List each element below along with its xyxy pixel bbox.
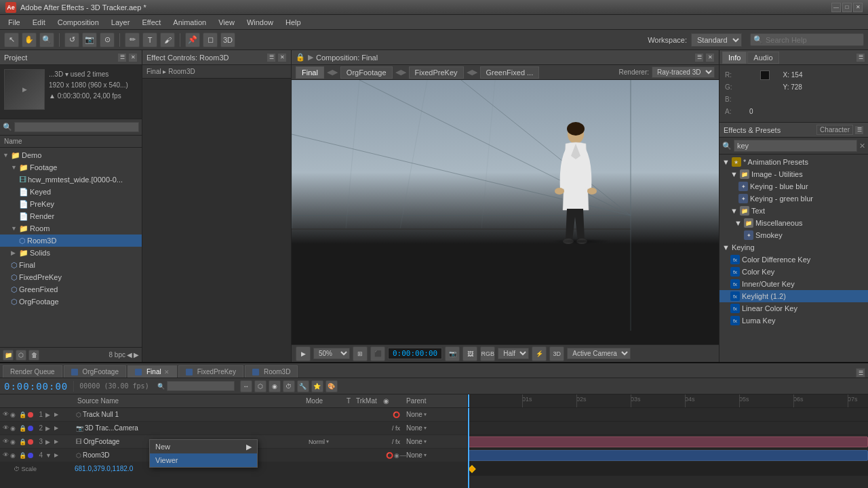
delete-btn[interactable]: 🗑 [28,350,39,361]
comp-tab-final[interactable]: Final [296,66,324,79]
comp-tab-fixedprekey[interactable]: FixedPreKey [409,66,464,79]
tree-item-room[interactable]: ▼ 📁 Room [0,222,142,235]
timeline-search-input[interactable] [167,381,235,391]
tl-tool6[interactable]: ⭐ [311,380,323,392]
tab-final[interactable]: Final ✕ [127,365,177,378]
tool-3d[interactable]: 3D [220,33,235,47]
tree-item-demo[interactable]: ▼ 📁 Demo [0,149,142,161]
safe-zones-btn[interactable]: ⊞ [353,346,368,361]
new-folder-btn[interactable]: 📁 [3,350,14,361]
layer-2-vis[interactable]: 👁 [1,424,9,432]
layer-1-parent[interactable]: None ▾ [406,411,467,418]
viewer-menu[interactable]: ☰ [694,53,704,62]
maximize-button[interactable]: □ [842,3,852,12]
layer-1-vis[interactable]: 👁 [1,411,9,419]
tree-item-room3d[interactable]: ⬡ Room3D [0,235,142,247]
next-btn[interactable]: ▶ [134,351,139,359]
show-channel-btn[interactable]: RGB [480,346,495,361]
transparency-btn[interactable]: ⬛ [370,346,385,361]
tab-orgfootage[interactable]: OrgFootage [64,365,126,378]
layer-2-name[interactable]: 📷3D Trac...Camera [75,424,309,432]
layer-3-expand[interactable]: ▶ [45,439,54,445]
menu-window[interactable]: Window [241,17,279,28]
layer-row-2[interactable]: 👁 ◉ 🔒 2 ▶ ▶ 📷3D Trac...Camera [0,422,467,435]
effects-text[interactable]: ▼ 📁 Text [719,205,868,217]
effects-smokey[interactable]: ✦ Smokey [719,229,868,241]
effects-color-key[interactable]: fx Color Key [719,266,868,278]
effects-animation-presets[interactable]: ▼ ★ * Animation Presets [719,156,868,168]
effects-image-utilities[interactable]: ▼ 📁 Image - Utilities [719,168,868,180]
layer-2-solo[interactable]: ◉ [10,425,18,432]
audio-tab[interactable]: Audio [747,52,778,64]
timeline-menu[interactable]: ☰ [856,368,865,378]
info-tab[interactable]: Info [722,52,747,64]
search-input[interactable] [766,36,861,44]
tl-tool2[interactable]: ⬡ [254,380,267,392]
tree-item-render[interactable]: 📄 Render [0,210,142,222]
effects-keying-green-blur[interactable]: ✦ Keying - green blur [719,192,868,205]
layer-4-vis[interactable]: 👁 [1,451,9,460]
project-panel-close[interactable]: ✕ [128,53,138,62]
project-panel-menu[interactable]: ☰ [117,53,127,62]
effects-luma-key[interactable]: fx Luma Key [719,314,868,327]
layer-4-expand2[interactable]: ▶ [54,452,62,458]
tab-final-close[interactable]: ✕ [164,369,170,375]
tool-select[interactable]: ↖ [4,33,19,47]
effect-controls-menu[interactable]: ☰ [267,53,276,62]
tl-tool5[interactable]: 🔧 [297,380,309,392]
layer-3-expand2[interactable]: ▶ [54,439,62,445]
tool-hand[interactable]: ✋ [22,33,37,47]
layer-3-lock[interactable]: 🔒 [19,439,27,445]
tool-cam[interactable]: 📷 [82,33,97,47]
new-comp-btn[interactable]: ⬡ [16,350,26,361]
tl-tool7[interactable]: 🎨 [326,380,338,392]
layer-4-parent[interactable]: None ▾ [406,451,467,459]
menu-edit[interactable]: Edit [27,17,51,28]
zoom-select[interactable]: 50% 100% [313,348,350,359]
context-new[interactable]: New ▶ [150,440,257,453]
layer-1-expand2[interactable]: ▶ [54,411,62,418]
camera-select[interactable]: Active Camera [567,348,631,359]
layer-1-lock[interactable]: 🔒 [19,411,27,418]
comp-tab-greenfixed[interactable]: GreenFixed ... [480,66,540,79]
comp-tab-orgfootage[interactable]: OrgFootage [340,66,393,79]
effects-linear-color-key[interactable]: fx Linear Color Key [719,302,868,314]
effects-keying-blue-blur[interactable]: ✦ Keying - blue blur [719,180,868,192]
effects-keylight[interactable]: fx Keylight (1.2) [719,290,868,302]
tool-zoom[interactable]: 🔍 [39,33,54,47]
play-btn[interactable]: ▶ [296,346,311,361]
layer-2-expand2[interactable]: ▶ [54,425,62,431]
snapshot-btn[interactable]: 📷 [445,346,460,361]
effects-miscellaneous[interactable]: ▼ 📁 Miscellaneous [719,217,868,229]
tree-item-hcw[interactable]: 🎞 hcw_mmtest_wide.[0000-0... [0,174,142,186]
workspace-select[interactable]: Standard [691,33,742,47]
tab-fixedprekey[interactable]: FixedPreKey [178,365,243,378]
layer-3-parent[interactable]: None ▾ [406,438,467,445]
minimize-button[interactable]: — [831,3,841,12]
layer-4-expand[interactable]: ▼ [45,452,54,459]
tool-pin[interactable]: 📌 [185,33,200,47]
tree-item-keyed[interactable]: 📄 Keyed [0,186,142,198]
show-snapshot-btn[interactable]: 🖼 [462,346,477,361]
layer-2-lock[interactable]: 🔒 [19,425,27,432]
effects-search-input[interactable] [734,140,857,152]
tl-tool3[interactable]: ◉ [269,380,281,392]
effects-keying-category[interactable]: ▼ Keying [719,241,868,253]
layer-1-solo[interactable]: ◉ [10,411,18,418]
layer-4-solo[interactable]: ◉ [10,452,18,459]
layer-2-expand[interactable]: ▶ [45,425,54,432]
close-button[interactable]: ✕ [853,3,863,12]
menu-help[interactable]: Help [280,17,307,28]
viewer-close[interactable]: ✕ [705,53,715,62]
tool-rotate[interactable]: ↺ [64,33,79,47]
keyframe-marker[interactable] [468,465,475,472]
layer-3-solo[interactable]: ◉ [10,439,18,445]
time-display[interactable]: 0:00:00:00 [388,348,442,359]
tl-tool4[interactable]: ⏱ [283,380,295,392]
layer-2-parent[interactable]: None ▾ [406,424,467,432]
tree-item-greenfixed[interactable]: ⬡ GreenFixed [0,283,142,296]
tab-room3d[interactable]: Room3D [245,365,298,378]
tree-item-final[interactable]: ⬡ Final [0,259,142,271]
menu-file[interactable]: File [3,17,26,28]
layer-4-lock[interactable]: 🔒 [19,452,27,459]
